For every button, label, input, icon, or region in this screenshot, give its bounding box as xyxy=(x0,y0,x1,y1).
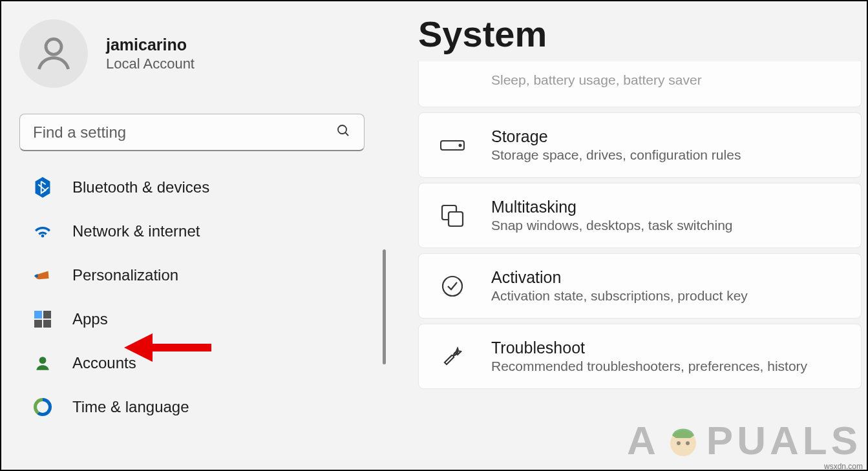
sidebar-item-bluetooth[interactable]: Bluetooth & devices xyxy=(19,165,368,209)
card-power[interactable]: Sleep, battery usage, battery saver xyxy=(418,61,862,107)
wrench-icon xyxy=(438,342,467,371)
watermark: A PUALS xyxy=(627,417,862,463)
search-box[interactable] xyxy=(19,114,365,151)
sidebar-item-accounts[interactable]: Accounts xyxy=(19,341,368,385)
nav-list: Bluetooth & devices Network & internet P… xyxy=(19,165,368,429)
card-sub: Sleep, battery usage, battery saver xyxy=(491,72,702,88)
search-input[interactable] xyxy=(33,123,335,141)
card-sub: Snap windows, desktops, task switching xyxy=(491,218,733,233)
apps-icon xyxy=(32,309,53,330)
brush-icon xyxy=(28,260,57,289)
watermark-mascot-icon xyxy=(660,417,706,463)
user-sub: Local Account xyxy=(106,56,195,72)
power-icon xyxy=(438,65,467,94)
watermark-pre: A xyxy=(627,417,660,463)
card-activation[interactable]: Activation Activation state, subscriptio… xyxy=(418,253,862,319)
main-content: System Sleep, battery usage, battery sav… xyxy=(386,1,867,470)
svg-point-10 xyxy=(443,277,462,296)
svg-point-12 xyxy=(677,441,681,445)
settings-window: jamicarino Local Account Bluetooth & dev… xyxy=(0,0,868,471)
sidebar: jamicarino Local Account Bluetooth & dev… xyxy=(1,1,386,470)
svg-point-1 xyxy=(338,125,346,134)
sidebar-item-label: Apps xyxy=(72,310,108,328)
card-title: Multitasking xyxy=(491,198,733,216)
sidebar-item-label: Time & language xyxy=(72,398,189,416)
user-name: jamicarino xyxy=(106,36,195,54)
storage-icon xyxy=(438,131,467,160)
wifi-icon xyxy=(32,221,53,242)
svg-point-11 xyxy=(670,430,696,456)
sidebar-item-label: Personalization xyxy=(72,266,178,284)
source-note: wsxdn.com xyxy=(824,462,863,470)
sidebar-item-label: Bluetooth & devices xyxy=(72,178,209,196)
card-sub: Activation state, subscriptions, product… xyxy=(491,288,748,304)
clock-globe-icon xyxy=(32,397,53,417)
search-icon xyxy=(335,123,351,142)
card-storage[interactable]: Storage Storage space, drives, configura… xyxy=(418,112,862,178)
sidebar-item-personalization[interactable]: Personalization xyxy=(19,253,368,297)
user-text: jamicarino Local Account xyxy=(106,36,195,72)
svg-point-7 xyxy=(460,144,461,146)
card-title: Activation xyxy=(491,268,748,287)
card-title: Troubleshoot xyxy=(491,339,807,357)
svg-point-13 xyxy=(686,441,690,445)
settings-cards: Sleep, battery usage, battery saver Stor… xyxy=(418,61,867,389)
svg-point-0 xyxy=(46,39,61,54)
person-icon xyxy=(33,33,74,74)
card-sub: Storage space, drives, configuration rul… xyxy=(491,147,741,163)
avatar xyxy=(19,19,88,88)
card-title: Storage xyxy=(491,127,741,146)
sidebar-item-apps[interactable]: Apps xyxy=(19,297,368,341)
page-title: System xyxy=(418,13,867,55)
card-troubleshoot[interactable]: Troubleshoot Recommended troubleshooters… xyxy=(418,324,862,389)
svg-line-2 xyxy=(345,132,348,136)
multitasking-icon xyxy=(438,202,467,230)
accounts-icon xyxy=(32,353,53,373)
sidebar-item-network[interactable]: Network & internet xyxy=(19,209,368,253)
svg-point-3 xyxy=(39,357,47,364)
card-multitasking[interactable]: Multitasking Snap windows, desktops, tas… xyxy=(418,183,862,248)
sidebar-item-label: Network & internet xyxy=(72,222,200,240)
sidebar-item-time-language[interactable]: Time & language xyxy=(19,385,368,429)
sidebar-item-label: Accounts xyxy=(72,354,136,372)
user-block[interactable]: jamicarino Local Account xyxy=(19,19,368,88)
watermark-post: PUALS xyxy=(706,417,862,463)
bluetooth-icon xyxy=(32,177,53,198)
card-sub: Recommended troubleshooters, preferences… xyxy=(491,359,807,374)
svg-rect-9 xyxy=(449,212,463,226)
checkmark-circle-icon xyxy=(438,272,467,300)
